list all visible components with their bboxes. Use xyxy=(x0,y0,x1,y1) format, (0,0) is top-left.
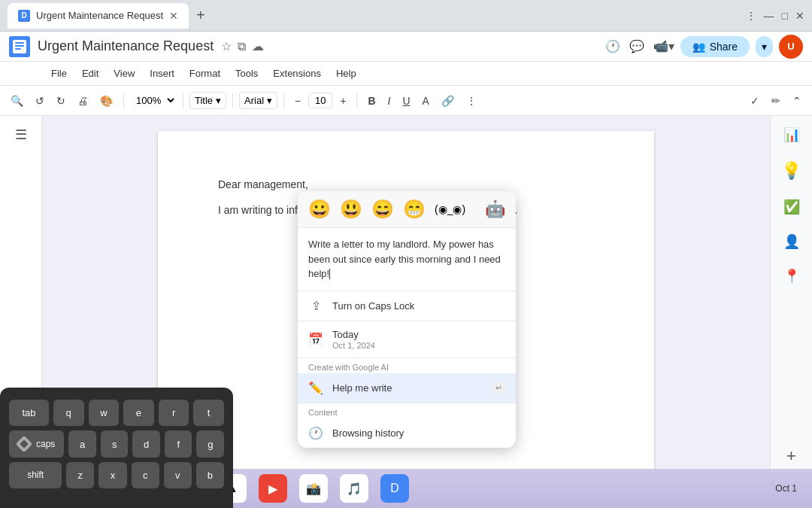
svg-rect-1 xyxy=(15,42,24,44)
search-button[interactable]: 🔍 xyxy=(6,92,28,110)
toolbar-divider-2 xyxy=(183,93,183,108)
emoji-2[interactable]: 😃 xyxy=(340,199,362,220)
style-select[interactable]: Title ▾ xyxy=(189,92,226,109)
more-options-button[interactable]: ⋮ xyxy=(462,92,481,110)
outline-icon[interactable]: ☰ xyxy=(11,122,32,148)
format-options-button[interactable]: ✏ xyxy=(767,92,785,110)
autocomplete-popup: 😀 😃 😄 😁 (◉_◉) 🤖 Write a letter to my lan… xyxy=(298,191,516,448)
browser-close-icon[interactable]: ✕ xyxy=(795,10,804,22)
g-key[interactable]: g xyxy=(196,430,224,458)
taskbar-music-icon[interactable]: 🎵 xyxy=(340,474,368,503)
share-dropdown-button[interactable]: ▾ xyxy=(756,36,773,57)
autocomplete-input[interactable]: Write a letter to my landlord. My power … xyxy=(298,228,516,291)
c-key[interactable]: c xyxy=(132,462,159,488)
help-me-write-text: Help me write xyxy=(332,382,483,394)
z-key[interactable]: z xyxy=(66,462,94,488)
v-key[interactable]: v xyxy=(164,462,192,488)
paint-format-button[interactable]: 🎨 xyxy=(95,92,117,110)
b-key[interactable]: b xyxy=(196,462,224,488)
menu-item-view[interactable]: View xyxy=(108,65,141,82)
today-label: Today xyxy=(332,329,505,340)
menu-item-insert[interactable]: Insert xyxy=(144,65,180,82)
shift-key[interactable]: shift xyxy=(9,462,62,488)
tab-key[interactable]: tab xyxy=(9,400,49,426)
undo-button[interactable]: ↺ xyxy=(31,92,49,110)
f-key[interactable]: f xyxy=(165,430,192,458)
collapse-button[interactable]: ⌃ xyxy=(788,92,806,110)
add-icon[interactable]: + xyxy=(782,442,801,470)
app-bar-icons: 🕐 💬 📹▾ xyxy=(605,39,674,53)
taskbar-youtube-icon[interactable]: ▶ xyxy=(259,474,287,503)
active-tab[interactable]: D Urgent Maintenance Request ✕ xyxy=(8,3,189,29)
keep-icon[interactable]: 💡 xyxy=(777,157,806,185)
menu-item-extensions[interactable]: Extensions xyxy=(267,65,327,82)
tasks-icon[interactable]: ✅ xyxy=(779,194,804,220)
font-size-decrease-button[interactable]: − xyxy=(290,92,305,110)
suggestion-caps-lock[interactable]: ⇪ Turn on Caps Lock xyxy=(298,291,516,321)
spelling-button[interactable]: ✓ xyxy=(746,92,764,110)
browser-minimize-icon[interactable]: — xyxy=(764,10,774,22)
video-icon[interactable]: 📹▾ xyxy=(653,39,674,53)
star-icon[interactable]: ☆ xyxy=(221,39,232,53)
taskbar-photos-icon[interactable]: 📸 xyxy=(299,474,328,503)
caps-lock-key[interactable]: caps xyxy=(9,430,64,458)
tab-close-button[interactable]: ✕ xyxy=(169,10,178,22)
app-logo xyxy=(9,36,30,57)
comment-icon[interactable]: 💬 xyxy=(629,39,644,53)
help-me-write-kbd: ↵ xyxy=(492,382,505,394)
w-key[interactable]: w xyxy=(89,400,120,426)
zoom-select[interactable]: 100% xyxy=(130,93,177,108)
browser-menu-icon[interactable]: ⋮ xyxy=(746,10,756,22)
maps-icon[interactable]: 📍 xyxy=(779,263,804,289)
underline-button[interactable]: U xyxy=(398,92,414,110)
new-tab-button[interactable]: + xyxy=(192,7,210,24)
history-icon[interactable]: 🕐 xyxy=(605,39,620,53)
emoji-1[interactable]: 😀 xyxy=(308,199,331,220)
menu-item-help[interactable]: Help xyxy=(330,65,362,82)
share-label: Share xyxy=(710,41,738,53)
d-key[interactable]: d xyxy=(132,430,160,458)
suggestion-browsing-history[interactable]: 🕐 Browsing history xyxy=(298,418,516,448)
text-color-button[interactable]: A xyxy=(418,92,434,110)
right-sidebar: 📊 💡 ✅ 👤 📍 + › xyxy=(770,116,812,508)
share-button[interactable]: 👥 Share xyxy=(680,36,750,57)
emoji-3[interactable]: 😄 xyxy=(371,199,394,220)
font-size-increase-button[interactable]: + xyxy=(335,92,350,110)
t-key[interactable]: t xyxy=(193,400,224,426)
input-text: Write a letter to my landlord. My power … xyxy=(308,239,501,279)
italic-button[interactable]: I xyxy=(383,92,395,110)
app-title: Urgent Maintenance Request xyxy=(38,38,214,54)
q-key[interactable]: q xyxy=(53,400,84,426)
folder-icon[interactable]: ⧉ xyxy=(238,40,246,53)
s-key[interactable]: s xyxy=(101,430,129,458)
x-key[interactable]: x xyxy=(98,462,126,488)
taskbar-date: Oct 1 xyxy=(775,483,797,494)
redo-button[interactable]: ↻ xyxy=(52,92,70,110)
user-avatar[interactable]: U xyxy=(779,35,803,59)
emoji-robot[interactable]: (◉_◉) xyxy=(435,203,465,215)
menu-item-format[interactable]: Format xyxy=(183,65,226,82)
bold-button[interactable]: B xyxy=(363,92,380,110)
cloud-icon[interactable]: ☁ xyxy=(252,39,264,53)
emoji-4[interactable]: 😁 xyxy=(403,199,426,220)
e-key[interactable]: e xyxy=(123,400,154,426)
suggestion-today[interactable]: 📅 Today Oct 1, 2024 xyxy=(298,321,516,357)
font-select[interactable]: Arial ▾ xyxy=(239,92,277,109)
font-size-input[interactable] xyxy=(308,93,332,108)
text-cursor xyxy=(329,269,330,279)
menu-item-edit[interactable]: Edit xyxy=(76,65,105,82)
emoji-ai-icon[interactable]: 🤖 xyxy=(485,199,505,219)
menu-item-tools[interactable]: Tools xyxy=(229,65,264,82)
r-key[interactable]: r xyxy=(159,400,189,426)
shift-key-label: shift xyxy=(27,470,44,480)
sheets-icon[interactable]: 📊 xyxy=(779,122,804,148)
link-button[interactable]: 🔗 xyxy=(437,92,459,110)
taskbar-docs-icon[interactable]: D xyxy=(380,474,409,503)
suggestion-help-me-write[interactable]: ✏️ Help me write ↵ xyxy=(298,373,516,403)
menu-item-file[interactable]: File xyxy=(45,65,73,82)
contacts-icon[interactable]: 👤 xyxy=(779,229,804,254)
a-key[interactable]: a xyxy=(68,430,96,458)
print-button[interactable]: 🖨 xyxy=(73,92,92,110)
tab-bar: D Urgent Maintenance Request ✕ + xyxy=(8,3,740,29)
browser-maximize-icon[interactable]: □ xyxy=(782,10,788,22)
